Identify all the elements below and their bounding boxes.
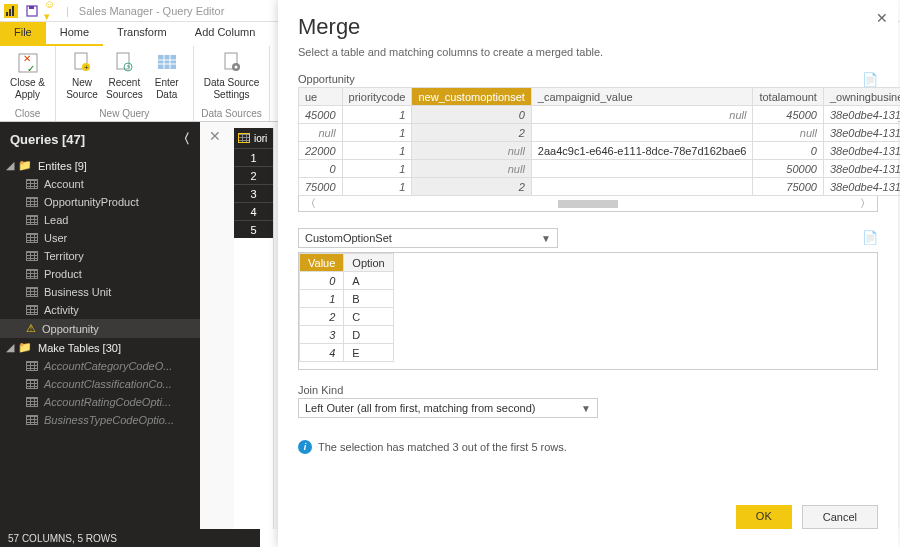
table-cell[interactable]: 75000	[753, 178, 823, 196]
sidebar-item[interactable]: AccountClassificationCo...	[0, 375, 200, 393]
table-cell[interactable]	[531, 160, 753, 178]
preview-row-number[interactable]: 2	[234, 166, 273, 184]
column-header[interactable]: prioritycode	[342, 88, 412, 106]
table-cell[interactable]: 1	[342, 124, 412, 142]
column-header[interactable]: Value	[300, 254, 344, 272]
preview-row-number[interactable]: 4	[234, 202, 273, 220]
table-cell[interactable]: 0	[299, 160, 343, 178]
recent-sources-button[interactable]: Recent Sources	[102, 48, 147, 103]
tab-transform[interactable]: Transform	[103, 22, 181, 46]
table1-scrollbar[interactable]: 〈 〉	[298, 196, 878, 212]
ok-button[interactable]: OK	[736, 505, 792, 529]
sidebar-item[interactable]: Territory	[0, 247, 200, 265]
table-cell[interactable]: 0	[753, 142, 823, 160]
table1-settings-icon[interactable]: 📄	[862, 72, 878, 87]
sidebar-item[interactable]: AccountCategoryCodeO...	[0, 357, 200, 375]
table-cell[interactable]: 45000	[299, 106, 343, 124]
table-cell[interactable]: 50000	[753, 160, 823, 178]
table1-preview[interactable]: ueprioritycodenew_customoptionset_campai…	[298, 87, 900, 196]
table-cell[interactable]: 0	[300, 272, 344, 290]
table-cell[interactable]: null	[412, 160, 531, 178]
sidebar-item[interactable]: Product	[0, 265, 200, 283]
sidebar-item[interactable]: BusinessTypeCodeOptio...	[0, 411, 200, 429]
table-cell[interactable]: 75000	[299, 178, 343, 196]
enter-data-button[interactable]: Enter Data	[147, 48, 187, 103]
queries-sidebar: Queries [47] 〈 ◢📁Entites [9]AccountOppor…	[0, 122, 200, 529]
table-cell[interactable]: 1	[342, 178, 412, 196]
smiley-icon[interactable]: ☺▾	[44, 3, 60, 19]
table-cell[interactable]: 38e0dbe4-131b	[823, 178, 900, 196]
table-cell[interactable]: null	[753, 124, 823, 142]
table-cell[interactable]: 22000	[299, 142, 343, 160]
sidebar-group[interactable]: ◢📁Make Tables [30]	[0, 338, 200, 357]
table-cell[interactable]: 2	[412, 124, 531, 142]
sidebar-item[interactable]: Lead	[0, 211, 200, 229]
table-cell[interactable]: 3	[300, 326, 344, 344]
status-bar: 57 COLUMNS, 5 ROWS	[0, 529, 260, 547]
scroll-right-icon[interactable]: 〉	[860, 196, 871, 211]
table-cell[interactable]: 0	[412, 106, 531, 124]
table-cell[interactable]: 38e0dbe4-131b	[823, 142, 900, 160]
preview-tab[interactable]: iori	[234, 128, 273, 148]
cancel-button[interactable]: Cancel	[802, 505, 878, 529]
preview-row-number[interactable]: 5	[234, 220, 273, 238]
close-preview-icon[interactable]: ✕	[209, 128, 221, 144]
table-cell[interactable]	[531, 124, 753, 142]
table-cell[interactable]: D	[344, 326, 393, 344]
column-header[interactable]: _campaignid_value	[531, 88, 753, 106]
table-cell[interactable]: 38e0dbe4-131b	[823, 160, 900, 178]
new-source-button[interactable]: + New Source	[62, 48, 102, 103]
sidebar-item[interactable]: Account	[0, 175, 200, 193]
join-kind-dropdown[interactable]: Left Outer (all from first, matching fro…	[298, 398, 598, 418]
tab-file[interactable]: File	[0, 22, 46, 46]
preview-row-number[interactable]: 1	[234, 148, 273, 166]
sidebar-item[interactable]: Activity	[0, 301, 200, 319]
table-cell[interactable]: 2	[300, 308, 344, 326]
table-cell[interactable]: 1	[342, 142, 412, 160]
table-cell[interactable]: E	[344, 344, 393, 362]
table-cell[interactable]: A	[344, 272, 393, 290]
scroll-left-icon[interactable]: 〈	[305, 196, 316, 211]
table-cell[interactable]: 1	[300, 290, 344, 308]
table2-preview[interactable]: ValueOption0A1B2C3D4E	[299, 253, 394, 362]
tab-add-column[interactable]: Add Column	[181, 22, 270, 46]
table-cell[interactable]: B	[344, 290, 393, 308]
table2-dropdown[interactable]: CustomOptionSet ▼	[298, 228, 558, 248]
close-dialog-icon[interactable]: ✕	[872, 6, 892, 30]
table-cell[interactable]: 38e0dbe4-131b	[823, 106, 900, 124]
table-cell[interactable]: 45000	[753, 106, 823, 124]
table-cell[interactable]: null	[531, 106, 753, 124]
sidebar-item[interactable]: User	[0, 229, 200, 247]
table2-settings-icon[interactable]: 📄	[862, 230, 878, 245]
data-source-settings-button[interactable]: Data Source Settings	[200, 48, 264, 103]
column-header[interactable]: Option	[344, 254, 393, 272]
preview-row-number[interactable]: 3	[234, 184, 273, 202]
sidebar-item[interactable]: OpportunityProduct	[0, 193, 200, 211]
table-cell[interactable]	[531, 178, 753, 196]
column-header[interactable]: new_customoptionset	[412, 88, 531, 106]
table-cell[interactable]: C	[344, 308, 393, 326]
table-icon	[26, 251, 38, 261]
table-cell[interactable]: 38e0dbe4-131b	[823, 124, 900, 142]
table-cell[interactable]: null	[412, 142, 531, 160]
table-cell[interactable]: 2	[412, 178, 531, 196]
sidebar-group[interactable]: ◢📁Entites [9]	[0, 156, 200, 175]
table-cell[interactable]: 2aa4c9c1-e646-e111-8dce-78e7d162bae6	[531, 142, 753, 160]
table-cell[interactable]: 1	[342, 160, 412, 178]
svg-rect-13	[158, 55, 176, 69]
table-icon	[26, 179, 38, 189]
scroll-thumb[interactable]	[558, 200, 618, 208]
sidebar-item[interactable]: ⚠Opportunity	[0, 319, 200, 338]
column-header[interactable]: ue	[299, 88, 343, 106]
save-icon[interactable]	[24, 3, 40, 19]
sidebar-item[interactable]: Business Unit	[0, 283, 200, 301]
close-apply-button[interactable]: ✕✓ Close & Apply	[6, 48, 49, 103]
table-cell[interactable]: null	[299, 124, 343, 142]
tab-home[interactable]: Home	[46, 22, 103, 46]
table-cell[interactable]: 4	[300, 344, 344, 362]
sidebar-item[interactable]: AccountRatingCodeOpti...	[0, 393, 200, 411]
column-header[interactable]: _owningbusine	[823, 88, 900, 106]
table-cell[interactable]: 1	[342, 106, 412, 124]
collapse-chevron-icon[interactable]: 〈	[177, 130, 190, 148]
column-header[interactable]: totalamount	[753, 88, 823, 106]
